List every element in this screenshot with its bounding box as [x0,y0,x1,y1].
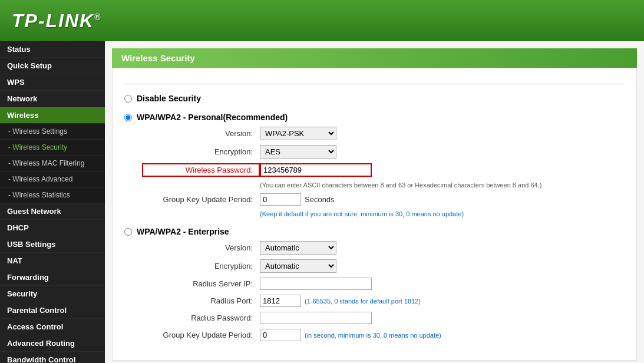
divider [124,84,625,84]
header: TP-LINK® [0,0,644,41]
enterprise-encryption-control: Automatic TKIP AES [260,259,336,273]
wpa-personal-row: WPA/WPA2 - Personal(Recommended) [124,113,625,122]
wpa-personal-label: WPA/WPA2 - Personal(Recommended) [137,113,288,122]
wpa-personal-section: WPA/WPA2 - Personal(Recommended) Version… [124,113,625,217]
enterprise-version-control: Automatic WPA WPA2 [260,241,336,255]
wpa-enterprise-label: WPA/WPA2 - Enterprise [137,227,229,236]
enterprise-groupkey-row: Group Key Update Period: (in second, min… [124,329,625,341]
sidebar-item-wireless-statistics[interactable]: - Wireless Statistics [0,187,105,203]
personal-password-hint: (You can enter ASCII characters between … [260,182,625,189]
logo: TP-LINK® [12,10,102,32]
personal-encryption-select[interactable]: Automatic TKIP AES [260,145,336,159]
sidebar-item-status[interactable]: Status [0,41,105,58]
personal-password-label: Wireless Password: [142,163,260,177]
personal-encryption-label: Encryption: [142,147,260,156]
main-content: Wireless Security Disable Security WPA/W… [105,41,644,363]
disable-security-section: Disable Security [124,94,625,103]
personal-groupkey-row: Group Key Update Period: Seconds [124,193,625,206]
enterprise-radius-port-label: Radius Port: [142,296,260,305]
enterprise-version-label: Version: [142,243,260,252]
sidebar-item-parental-control[interactable]: Parental Control [0,302,105,319]
sidebar-item-usb-settings[interactable]: USB Settings [0,236,105,253]
personal-groupkey-hint: (Keep it default if you are not sure, mi… [260,210,625,217]
disable-security-radio[interactable] [124,95,132,103]
sidebar-item-bandwidth-control[interactable]: Bandwidth Control [0,352,105,363]
enterprise-encryption-row: Encryption: Automatic TKIP AES [124,259,625,273]
personal-version-control: Automatic WPA-PSK WPA2-PSK [260,127,336,140]
wpa-personal-radio[interactable] [124,114,132,121]
enterprise-radius-ip-label: Radius Server IP: [142,279,260,288]
enterprise-radius-password-label: Radius Password: [142,314,260,322]
sidebar-item-quick-setup[interactable]: Quick Setup [0,58,105,74]
disable-security-label: Disable Security [137,94,201,103]
personal-groupkey-label: Group Key Update Period: [142,195,260,204]
sidebar-item-wireless-settings[interactable]: - Wireless Settings [0,124,105,140]
sidebar-item-wireless-advanced[interactable]: - Wireless Advanced [0,171,105,187]
disable-security-row: Disable Security [124,94,625,103]
personal-groupkey-input[interactable] [260,193,301,206]
enterprise-encryption-label: Encryption: [142,262,260,270]
sidebar-item-wireless-mac-filtering[interactable]: - Wireless MAC Filtering [0,156,105,171]
enterprise-groupkey-input[interactable] [260,329,301,341]
enterprise-radius-ip-control [260,278,372,290]
logo-text: TP-LINK [12,10,94,31]
enterprise-radius-ip-input[interactable] [260,278,372,290]
personal-encryption-row: Encryption: Automatic TKIP AES [124,145,625,159]
sidebar-item-wireless[interactable]: Wireless [0,107,105,124]
personal-version-label: Version: [142,129,260,138]
logo-reg: ® [94,12,101,22]
enterprise-radius-port-input[interactable] [260,295,301,307]
enterprise-radius-port-control: (1-65535, 0 stands for default port 1812… [260,295,421,307]
sidebar-item-nat[interactable]: NAT [0,253,105,269]
enterprise-radius-ip-row: Radius Server IP: [124,278,625,290]
wireless-password-input[interactable] [260,163,372,177]
sidebar-item-advanced-routing[interactable]: Advanced Routing [0,335,105,352]
enterprise-version-select[interactable]: Automatic WPA WPA2 [260,241,336,255]
wpa-enterprise-radio[interactable] [124,228,132,236]
enterprise-version-row: Version: Automatic WPA WPA2 [124,241,625,255]
personal-groupkey-control: Seconds [260,193,335,206]
enterprise-radius-port-hint: (1-65535, 0 stands for default port 1812… [305,298,421,305]
sidebar-item-guest-network[interactable]: Guest Network [0,203,105,220]
sidebar-item-access-control[interactable]: Access Control [0,319,105,335]
enterprise-radius-password-row: Radius Password: [124,312,625,324]
wpa-enterprise-section: WPA/WPA2 - Enterprise Version: Automatic… [124,227,625,341]
personal-password-control [260,163,372,177]
sidebar: Status Quick Setup WPS Network Wireless … [0,41,105,363]
sidebar-item-forwarding[interactable]: Forwarding [0,269,105,286]
enterprise-radius-password-input[interactable] [260,312,372,324]
content-area: Disable Security WPA/WPA2 - Personal(Rec… [112,68,637,361]
enterprise-groupkey-hint: (in second, minimum is 30, 0 means no up… [305,332,441,339]
personal-encryption-control: Automatic TKIP AES [260,145,336,159]
personal-groupkey-unit: Seconds [305,195,335,204]
personal-password-row: Wireless Password: [124,163,625,177]
sidebar-item-network[interactable]: Network [0,91,105,107]
layout: Status Quick Setup WPS Network Wireless … [0,41,644,363]
sidebar-item-wps[interactable]: WPS [0,74,105,91]
enterprise-radius-port-row: Radius Port: (1-65535, 0 stands for defa… [124,295,625,307]
enterprise-groupkey-label: Group Key Update Period: [142,331,260,339]
sidebar-item-security[interactable]: Security [0,286,105,302]
sidebar-item-wireless-security[interactable]: - Wireless Security [0,140,105,156]
enterprise-encryption-select[interactable]: Automatic TKIP AES [260,259,336,273]
wpa-enterprise-row: WPA/WPA2 - Enterprise [124,227,625,236]
sidebar-item-dhcp[interactable]: DHCP [0,220,105,236]
enterprise-radius-password-control [260,312,372,324]
enterprise-groupkey-control: (in second, minimum is 30, 0 means no up… [260,329,441,341]
personal-version-select[interactable]: Automatic WPA-PSK WPA2-PSK [260,127,336,140]
page-title: Wireless Security [112,48,637,68]
personal-version-row: Version: Automatic WPA-PSK WPA2-PSK [124,127,625,140]
